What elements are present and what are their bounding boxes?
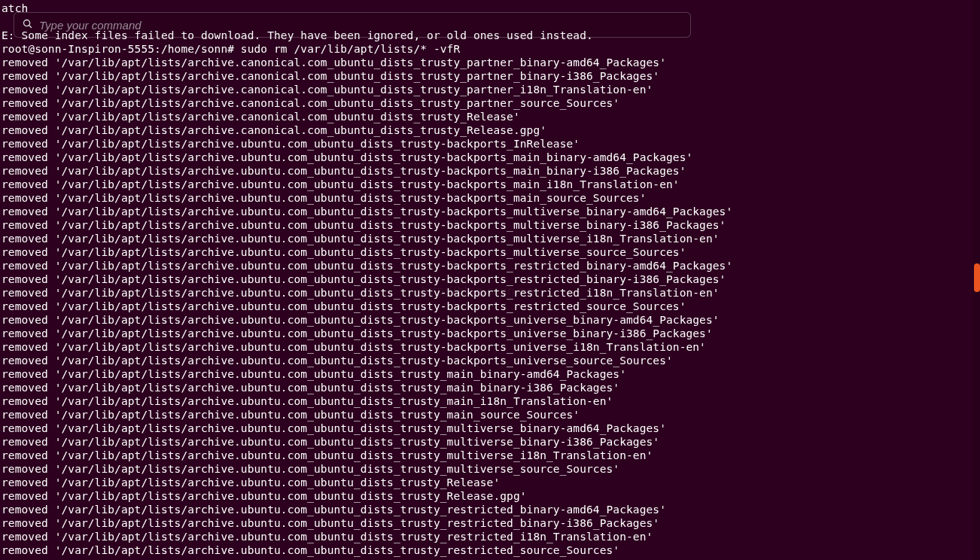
terminal-output[interactable]: atch E: Some index files failed to downl… (0, 0, 980, 560)
hud-search-input[interactable] (39, 19, 683, 32)
hud-search-bar[interactable] (14, 12, 691, 38)
scrollbar-thumb[interactable] (974, 263, 980, 292)
svg-line-1 (29, 25, 32, 27)
search-icon (22, 18, 33, 32)
scrollbar-track[interactable] (972, 0, 980, 560)
